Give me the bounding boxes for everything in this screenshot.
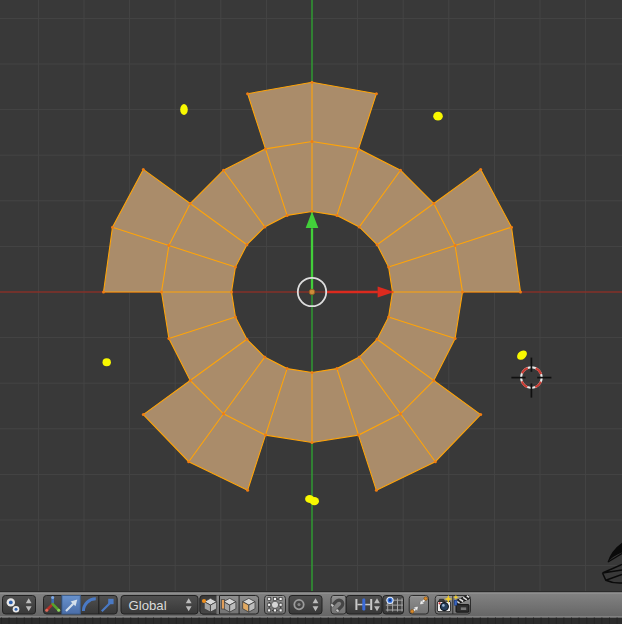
svg-text:Global: Global: [129, 598, 167, 613]
